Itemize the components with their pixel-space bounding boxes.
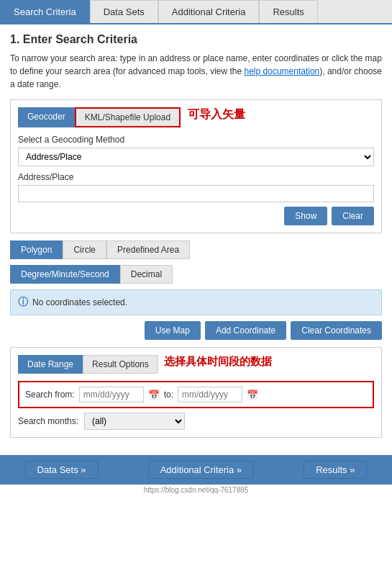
circle-tab[interactable]: Circle bbox=[63, 240, 106, 259]
date-range-tab[interactable]: Date Range bbox=[18, 355, 83, 374]
date-sub-tab-bar: Date Range Result Options 选择具体时间段的数据 bbox=[18, 355, 374, 374]
shape-tab-bar: Polygon Circle Predefined Area bbox=[10, 240, 382, 259]
degree-minute-second-tab[interactable]: Degree/Minute/Second bbox=[10, 265, 120, 284]
help-link[interactable]: help documentation bbox=[245, 66, 320, 76]
address-place-input[interactable] bbox=[18, 185, 374, 202]
date-annotation: 选择具体时间段的数据 bbox=[164, 355, 272, 374]
search-months-select[interactable]: (all) January February March April May J… bbox=[84, 413, 185, 430]
clear-coordinates-button[interactable]: Clear Coordinates bbox=[291, 321, 382, 340]
additional-criteria-bottom-btn[interactable]: Additional Criteria » bbox=[148, 461, 254, 479]
address-place-label: Address/Place bbox=[18, 172, 374, 182]
tab-additional-criteria[interactable]: Additional Criteria bbox=[158, 0, 260, 23]
geocoder-section: Geocoder KML/Shapefile Upload 可导入矢量 Sele… bbox=[10, 99, 382, 233]
add-coordinate-button[interactable]: Add Coordinate bbox=[205, 321, 286, 340]
info-icon: ⓘ bbox=[18, 296, 28, 309]
search-months-row: Search months: (all) January February Ma… bbox=[18, 413, 374, 430]
section-title: 1. Enter Search Criteria bbox=[10, 33, 382, 46]
search-from-label: Search from: bbox=[25, 390, 75, 400]
use-map-button[interactable]: Use Map bbox=[145, 321, 201, 340]
result-options-tab[interactable]: Result Options bbox=[83, 355, 158, 374]
coordinate-buttons: Use Map Add Coordinate Clear Coordinates bbox=[10, 321, 382, 340]
kml-annotation: 可导入矢量 bbox=[188, 107, 245, 127]
geocoder-tab[interactable]: Geocoder bbox=[18, 107, 75, 127]
to-label: to: bbox=[164, 390, 173, 400]
calendar-from-icon[interactable]: 📅 bbox=[148, 390, 160, 400]
search-to-input[interactable] bbox=[178, 387, 242, 402]
watermark-text: https://blog.csdn.net/qq-7617885 bbox=[0, 485, 392, 495]
show-button[interactable]: Show bbox=[284, 207, 327, 225]
tab-results[interactable]: Results bbox=[259, 0, 317, 23]
polygon-tab[interactable]: Polygon bbox=[10, 240, 63, 259]
geocoding-method-select[interactable]: Address/Place Coordinates FIPS Code bbox=[18, 148, 374, 166]
tab-data-sets[interactable]: Data Sets bbox=[90, 0, 158, 23]
tab-search-criteria[interactable]: Search Criteria bbox=[0, 0, 90, 23]
geocoding-method-label: Select a Geocoding Method bbox=[18, 135, 374, 145]
clear-button[interactable]: Clear bbox=[332, 207, 374, 225]
bottom-nav-bar: Data Sets » Additional Criteria » Result… bbox=[0, 455, 392, 485]
geocoder-tab-bar: Geocoder KML/Shapefile Upload 可导入矢量 bbox=[18, 107, 374, 127]
data-sets-bottom-btn[interactable]: Data Sets » bbox=[25, 461, 99, 479]
decimal-tab[interactable]: Decimal bbox=[120, 265, 173, 284]
degree-tab-bar: Degree/Minute/Second Decimal bbox=[10, 265, 382, 284]
date-row: Search from: 📅 to: 📅 bbox=[18, 381, 374, 408]
intro-paragraph: To narrow your search area: type in an a… bbox=[10, 52, 382, 91]
no-coordinates-box: ⓘ No coordinates selected. bbox=[10, 289, 382, 315]
no-coordinates-text: No coordinates selected. bbox=[32, 297, 127, 307]
calendar-to-icon[interactable]: 📅 bbox=[247, 390, 258, 400]
predefined-area-tab[interactable]: Predefined Area bbox=[106, 240, 190, 259]
search-from-input[interactable] bbox=[79, 387, 144, 402]
kml-shapefile-tab[interactable]: KML/Shapefile Upload bbox=[75, 107, 181, 127]
main-tab-bar: Search Criteria Data Sets Additional Cri… bbox=[0, 0, 392, 24]
main-content: 1. Enter Search Criteria To narrow your … bbox=[0, 24, 392, 446]
show-clear-buttons: Show Clear bbox=[18, 207, 374, 225]
search-months-label: Search months: bbox=[18, 416, 78, 426]
date-section: Date Range Result Options 选择具体时间段的数据 Sea… bbox=[10, 347, 382, 438]
results-bottom-btn[interactable]: Results » bbox=[304, 461, 367, 479]
